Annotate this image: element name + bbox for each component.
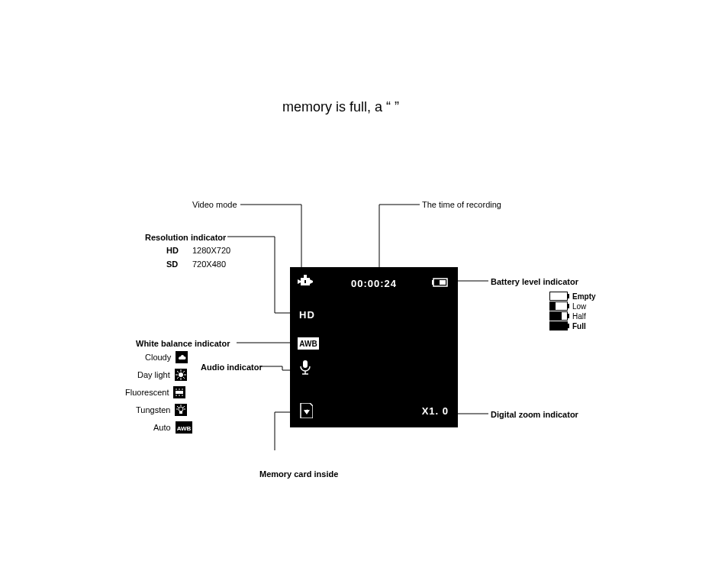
battery-full-label: Full xyxy=(572,322,586,330)
battery-half-row: Half xyxy=(549,311,586,321)
svg-line-20 xyxy=(177,371,179,372)
wb-tungsten-label: Tungsten xyxy=(136,405,170,414)
svg-rect-6 xyxy=(432,280,433,285)
svg-text:AWB: AWB xyxy=(299,340,317,348)
zoom-indicator: X1. 0 xyxy=(422,405,449,417)
label-time-recording: The time of recording xyxy=(422,200,501,209)
wb-tungsten-row: Tungsten xyxy=(136,404,187,416)
battery-low-icon xyxy=(549,301,568,311)
svg-text:AWB: AWB xyxy=(176,425,191,432)
wb-cloudy-row: Cloudy xyxy=(145,351,188,363)
wb-auto-row: AWB Auto xyxy=(153,421,192,434)
fluorescent-icon xyxy=(173,386,185,398)
svg-marker-14 xyxy=(304,410,310,414)
sd-card-icon xyxy=(299,403,313,418)
battery-full-row: Full xyxy=(549,321,586,330)
label-res-sd: SD xyxy=(166,260,178,269)
battery-empty-icon xyxy=(549,292,568,301)
svg-point-15 xyxy=(179,372,183,377)
wb-auto-label: Auto xyxy=(153,423,171,432)
camera-screen: 00:00:24 HD AWB X1. 0 xyxy=(290,267,458,427)
svg-line-37 xyxy=(183,406,185,408)
battery-low-row: Low xyxy=(549,301,586,311)
label-res-sd-key: SD xyxy=(166,260,178,269)
battery-low-label: Low xyxy=(572,302,586,311)
battery-half-label: Half xyxy=(572,312,586,321)
resolution-indicator: HD xyxy=(299,309,315,321)
label-res-sd-val: 720X480 xyxy=(192,260,226,269)
battery-full-icon xyxy=(549,321,568,330)
svg-rect-32 xyxy=(179,411,182,414)
svg-rect-7 xyxy=(440,280,446,285)
label-res-hd-val: 1280X720 xyxy=(192,246,230,255)
battery-half-icon xyxy=(549,311,568,321)
wb-fluorescent-label: Fluorescent xyxy=(125,388,169,397)
svg-rect-10 xyxy=(303,360,308,368)
svg-line-23 xyxy=(183,371,185,372)
label-time-recording-text: The time of recording xyxy=(422,200,501,209)
svg-point-31 xyxy=(179,407,183,411)
wb-fluorescent-row: Fluorescent xyxy=(125,386,185,398)
daylight-icon xyxy=(175,369,187,381)
top-text: memory is full, a “ ” xyxy=(282,99,399,115)
wb-cloudy-label: Cloudy xyxy=(145,353,171,362)
svg-line-21 xyxy=(183,377,185,379)
label-memory-card: Memory card inside xyxy=(259,469,338,479)
battery-icon xyxy=(432,278,450,287)
label-zoom-indicator: Digital zoom indicator xyxy=(491,410,578,419)
svg-line-22 xyxy=(177,377,179,379)
wb-daylight-row: Day light xyxy=(137,369,187,381)
wb-daylight-label: Day light xyxy=(137,370,170,379)
label-video-mode: Video mode xyxy=(192,200,237,209)
awb-icon: AWB xyxy=(298,337,319,350)
microphone-icon xyxy=(299,360,311,376)
label-res-hd-key: HD xyxy=(166,246,179,255)
svg-rect-24 xyxy=(176,391,183,394)
cloudy-icon xyxy=(176,351,188,363)
label-audio-indicator: Audio indicator xyxy=(201,363,263,372)
awb-small-icon: AWB xyxy=(176,421,192,434)
tungsten-icon xyxy=(175,404,187,416)
label-battery-indicator: Battery level indicator xyxy=(491,277,578,286)
battery-empty-row: Empty xyxy=(549,292,596,301)
label-wb-indicator: White balance indicator xyxy=(136,339,230,348)
label-resolution-indicator: Resolution indicator xyxy=(145,233,226,242)
label-res-hd: HD xyxy=(166,246,179,255)
battery-empty-label: Empty xyxy=(572,292,596,301)
svg-line-36 xyxy=(177,406,179,408)
